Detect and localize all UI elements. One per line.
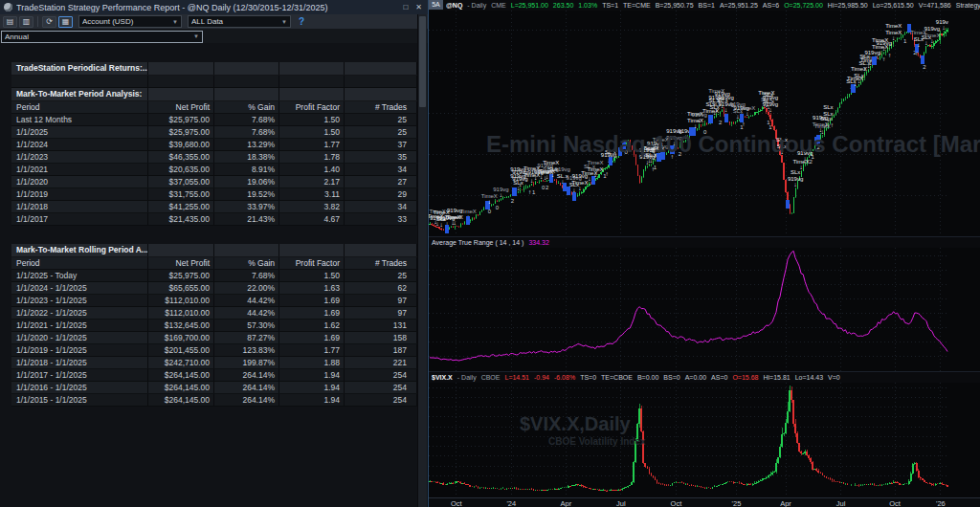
svg-text:↑: ↑ (605, 170, 608, 177)
table-cell: $112,010.00 (148, 307, 214, 319)
report-settings-icon[interactable]: ▦ (58, 16, 73, 28)
svg-text:↓: ↓ (546, 173, 548, 180)
table-cell: $25,975.00 (148, 126, 214, 138)
table-cell: 1/1/2017 (11, 213, 148, 225)
table-cell: 1/1/2021 (11, 164, 148, 175)
table-cell: 254 (345, 369, 417, 381)
table-cell (345, 76, 417, 87)
quote-field: CBOE (481, 374, 501, 381)
maximize-button[interactable]: □ (403, 3, 408, 11)
save-icon[interactable]: ▤ (3, 16, 17, 28)
svg-text:↓: ↓ (768, 106, 771, 113)
quote-field: CME (491, 2, 506, 9)
vix-candlestick-plot[interactable] (429, 383, 948, 497)
nq-price-pane[interactable]: TimeX↓919vgTimeX↓SLxTimeX↓919vg↓TimeX↓Ti… (429, 11, 980, 236)
table-cell (279, 76, 345, 87)
time-axis-label: Oct (671, 499, 682, 507)
table-cell: 1.88 (279, 357, 345, 368)
table-cell (214, 62, 279, 75)
table-row[interactable]: 1/1/2024 - 1/1/2025$65,655.0022.00%1.636… (11, 282, 417, 295)
table-row[interactable]: 1/1/2021$20,635.008.91%1.4034 (11, 164, 417, 176)
table-row[interactable]: 1/1/2025$25,975.007.68%1.5025 (11, 126, 417, 139)
account-select[interactable]: Account (USD) ▼ (78, 15, 182, 28)
refresh-icon[interactable]: ⟳ (42, 16, 56, 28)
svg-text:919vg: 919vg (555, 166, 570, 172)
report-scrollbar[interactable] (417, 14, 427, 507)
help-icon[interactable]: ? (299, 16, 304, 27)
table-gap (11, 41, 417, 62)
svg-text:1: 1 (903, 38, 907, 44)
table-row[interactable]: 1/1/2025 - Today$25,975.007.68%1.5025 (11, 270, 417, 282)
quote-field: BS=0 (663, 374, 679, 381)
quote-field: B=25,950.75 (656, 2, 694, 9)
table-row[interactable]: 1/1/2019 - 1/1/2025$201,455.00123.83%1.7… (11, 344, 417, 357)
atr-line-plot[interactable] (429, 248, 948, 371)
table-row[interactable]: 1/1/2018 - 1/1/2025$242,710.00199.87%1.8… (11, 357, 417, 369)
data-range-select[interactable]: ALL Data ▼ (188, 15, 291, 28)
section-title-row: TradeStation Periodical Returns:... (11, 62, 417, 76)
table-cell (214, 244, 279, 256)
svg-text:↓: ↓ (780, 148, 783, 155)
svg-text:TimeX: TimeX (885, 23, 902, 29)
svg-text:↓: ↓ (694, 122, 697, 129)
table-cell: 1.77 (279, 344, 345, 356)
period-select-value: Annual (5, 33, 190, 41)
table-cell: % Gain (214, 101, 279, 113)
report-titlebar[interactable]: TradeStation Strategy Performance Report… (0, 0, 428, 14)
svg-text:↓: ↓ (488, 198, 491, 205)
chevron-down-icon: ▼ (281, 19, 287, 25)
table-cell: 1/1/2018 - 1/1/2025 (11, 357, 148, 368)
table-cell: 1/1/2017 - 1/1/2025 (11, 369, 148, 381)
close-button[interactable]: ✕ (415, 3, 422, 11)
table-cell: Profit Factor (279, 257, 345, 269)
table-row[interactable]: 1/1/2023$46,355.0018.38%1.7835 (11, 151, 417, 164)
quote-field: Hi=15.81 (763, 374, 790, 381)
table-header-row: PeriodNet Profit% GainProfit Factor# Tra… (11, 101, 417, 114)
table-row[interactable]: 1/1/2017$21,435.0021.43%4.6733 (11, 213, 417, 226)
svg-text:↓: ↓ (500, 191, 502, 198)
vix-pane[interactable]: $VIX.X,Daily CBOE Volatility Index 65.00… (429, 383, 980, 497)
atr-pane[interactable]: 1,000.00900.00800.00700.00600.00500.0040… (429, 248, 980, 371)
table-cell (214, 88, 279, 100)
table-cell: 44.42% (214, 295, 279, 306)
table-cell: 97 (345, 307, 417, 319)
table-row[interactable]: 1/1/2017 - 1/1/2025$264,145.00264.14%1.9… (11, 369, 417, 382)
table-row[interactable]: 1/1/2022 - 1/1/2025$112,010.0044.42%1.69… (11, 307, 417, 320)
table-cell: $264,145.00 (148, 394, 214, 406)
table-row[interactable]: Last 12 Months$25,975.007.68%1.5025 (11, 114, 417, 126)
table-row[interactable]: 1/1/2016 - 1/1/2025$264,145.00264.14%1.9… (11, 382, 417, 394)
svg-text:↓: ↓ (917, 41, 920, 48)
quote-field: O=15.68 (732, 374, 758, 381)
time-axis[interactable]: Oct'24AprJulOct'25AprJulOct'26 (429, 497, 980, 507)
chart-tab[interactable]: 5A (429, 0, 443, 10)
table-row[interactable]: 1/1/2015 - 1/1/2025$264,145.00264.14%1.9… (11, 394, 417, 407)
table-cell: 13.29% (214, 139, 279, 150)
table-cell: 25 (345, 270, 417, 281)
table-row[interactable]: 1/1/2021 - 1/1/2025$132,645.0057.30%1.62… (11, 320, 417, 332)
svg-text:919vg: 919vg (719, 95, 734, 100)
svg-text:TimeX: TimeX (587, 160, 603, 165)
time-axis-label: Oct (889, 499, 901, 507)
quote-field: O=25,725.00 (784, 2, 823, 9)
table-cell: % Gain (214, 257, 279, 269)
table-row[interactable]: 1/1/2024$39,680.0013.29%1.7737 (11, 139, 417, 151)
table-row[interactable]: 1/1/2019$31,755.0019.52%3.1129 (11, 188, 417, 201)
candlestick-plot[interactable]: TimeX↓919vgTimeX↓SLxTimeX↓919vg↓TimeX↓Ti… (429, 11, 948, 236)
table-cell: 34 (345, 164, 417, 175)
quote-field: A=25,951.25 (720, 2, 758, 9)
svg-text:↓: ↓ (439, 221, 442, 228)
print-icon[interactable]: ▥ (19, 16, 33, 28)
table-row[interactable]: 1/1/2018$41,255.0033.97%3.8234 (11, 201, 417, 213)
quote-field: - Daily (457, 374, 477, 381)
table-cell: $264,145.00 (148, 382, 214, 393)
table-row[interactable]: 1/1/2020$37,055.0019.06%2.1727 (11, 176, 417, 188)
svg-text:↓: ↓ (593, 171, 596, 178)
table-row[interactable]: 1/1/2020 - 1/1/2025$169,700.0087.27%1.69… (11, 332, 417, 344)
report-scrollbar-thumb[interactable] (419, 16, 426, 107)
table-cell: $46,355.00 (148, 151, 214, 163)
table-cell: 27 (345, 176, 417, 187)
table-cell: 62 (345, 282, 417, 294)
table-row[interactable]: 1/1/2023 - 1/1/2025$112,010.0044.42%1.69… (11, 295, 417, 307)
svg-text:2: 2 (546, 185, 549, 190)
svg-text:↓: ↓ (799, 164, 802, 170)
